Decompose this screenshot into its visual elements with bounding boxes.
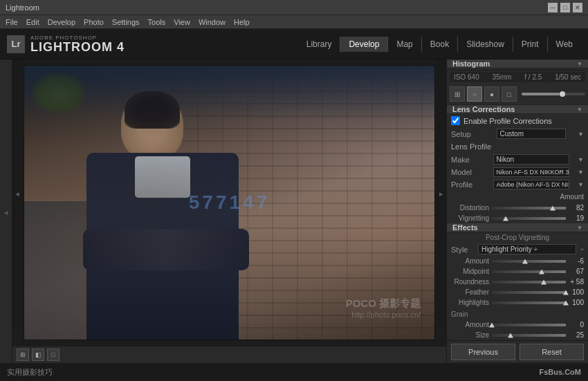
roundness-label: Roundness	[451, 278, 489, 286]
window-controls: ─ □ ✕	[548, 3, 582, 12]
grain-label: Grain	[447, 308, 588, 319]
grain-size-label: Size	[451, 331, 489, 339]
model-row: Model Nikon AF-S DX NIKKOR 35mm... ▼	[447, 166, 588, 178]
profile-dropdown-icon[interactable]: ▼	[578, 181, 584, 188]
focal-value: 35mm	[493, 73, 512, 81]
maximize-button[interactable]: □	[560, 3, 570, 12]
tab-slideshow[interactable]: Slideshow	[457, 37, 513, 52]
setup-dropdown-icon[interactable]: ▼	[578, 131, 584, 138]
effects-amount-slider[interactable]	[492, 260, 566, 263]
app-logo: Lr ADOBE PHOTOSHOP LIGHTROOM 4	[7, 35, 125, 53]
tool-square[interactable]: □	[502, 86, 517, 102]
image-area: ◄ ►	[12, 59, 446, 363]
tool-slider[interactable]	[522, 93, 585, 95]
minimize-button[interactable]: ─	[548, 3, 558, 12]
aperture-value: f / 2.5	[524, 73, 542, 81]
vignetting-value: 19	[569, 214, 584, 222]
lens-profile-section-label: Lens Profile	[447, 140, 588, 153]
photo-lighting	[24, 66, 434, 340]
tool-circle[interactable]: ○	[467, 86, 482, 102]
menu-window[interactable]: Window	[199, 18, 226, 26]
effects-amount-value: -6	[569, 257, 584, 265]
grain-amount-label: Amount	[451, 321, 489, 328]
menu-photo[interactable]: Photo	[84, 18, 104, 26]
image-container: ◄ ►	[12, 59, 446, 346]
menu-tools[interactable]: Tools	[148, 18, 166, 26]
tab-print[interactable]: Print	[513, 37, 547, 52]
menu-file[interactable]: File	[6, 18, 18, 26]
menu-settings[interactable]: Settings	[112, 18, 140, 26]
left-scroll[interactable]: ◄	[12, 59, 22, 328]
bottom-buttons: Previous Reset	[447, 340, 588, 363]
right-panel: Histogram ▼ ISO 640	[446, 59, 588, 363]
distortion-label: Distortion	[451, 204, 489, 212]
grain-amount-slider[interactable]	[492, 324, 566, 326]
reset-button[interactable]: Reset	[520, 344, 584, 360]
make-value: Nikon	[493, 154, 569, 165]
setup-row: Setup Custom ▼	[447, 127, 588, 140]
highlights-label: Highlights	[451, 299, 489, 306]
amount-header: Amount	[447, 191, 588, 203]
setup-value: Custom	[497, 129, 566, 139]
menu-develop[interactable]: Develop	[48, 18, 75, 26]
view-single-icon[interactable]: □	[47, 349, 59, 361]
nav-tabs: Library Develop Map Book Slideshow Print…	[298, 37, 581, 52]
highlights-slider[interactable]	[492, 301, 566, 304]
menu-help[interactable]: Help	[234, 18, 250, 26]
midpoint-label: Midpoint	[451, 268, 489, 275]
lens-corrections-toggle: ▼	[577, 106, 582, 113]
tab-develop[interactable]: Develop	[340, 37, 387, 52]
style-value[interactable]: Highlight Priority ÷	[478, 244, 576, 254]
previous-button[interactable]: Previous	[451, 344, 515, 360]
lens-corrections-label: Lens Corrections	[452, 105, 515, 113]
enable-corrections-checkbox[interactable]	[451, 116, 460, 125]
histogram-header[interactable]: Histogram ▼	[447, 59, 588, 68]
footer-left: 实用摄影技巧	[7, 367, 53, 378]
tab-map[interactable]: Map	[387, 37, 421, 52]
view-compare-icon[interactable]: ◧	[32, 349, 44, 361]
grain-text: Grain	[451, 310, 468, 318]
histogram-label: Histogram	[452, 59, 490, 68]
feather-row: Feather 100	[447, 287, 588, 297]
vignetting-slider[interactable]	[492, 217, 566, 220]
make-dropdown-icon[interactable]: ▼	[578, 156, 584, 163]
roundness-slider[interactable]	[492, 281, 566, 284]
style-label: Style	[451, 245, 475, 254]
grain-size-value: 25	[569, 331, 584, 339]
main-content: ◄ ◄ ►	[0, 59, 588, 363]
distortion-slider[interactable]	[492, 207, 566, 210]
enable-corrections-row: Enable Profile Corrections	[447, 114, 588, 127]
left-panel: ◄	[0, 59, 12, 363]
app-name-label: LIGHTROOM 4	[30, 41, 125, 53]
effects-header[interactable]: Effects ▼	[447, 223, 588, 232]
photo-frame: 577147 POCO 摄影专题 http://photo.poco.cn/	[24, 65, 435, 340]
footer-band: 实用摄影技巧 FsBus.CoM	[0, 363, 588, 381]
close-button[interactable]: ✕	[573, 3, 582, 12]
post-crop-text: Post-Crop Vignetting	[486, 234, 549, 241]
grain-size-slider[interactable]	[492, 334, 566, 337]
view-grid-icon[interactable]: ⊞	[17, 349, 29, 361]
tab-web[interactable]: Web	[547, 37, 581, 52]
camera-info: ISO 640 35mm f / 2.5 1/50 sec	[450, 72, 585, 82]
menu-edit[interactable]: Edit	[26, 18, 39, 26]
menu-view[interactable]: View	[174, 18, 190, 26]
lens-corrections-header[interactable]: Lens Corrections ▼	[447, 105, 588, 114]
tab-library[interactable]: Library	[298, 37, 340, 52]
enable-corrections-label: Enable Profile Corrections	[463, 117, 552, 125]
feather-value: 100	[569, 288, 584, 296]
model-dropdown-icon[interactable]: ▼	[578, 169, 584, 176]
midpoint-slider[interactable]	[492, 270, 566, 273]
right-scroll[interactable]: ►	[437, 59, 446, 328]
tool-grid[interactable]: ⊞	[450, 86, 465, 102]
shutter-value: 1/50 sec	[555, 73, 581, 81]
left-panel-toggle[interactable]: ◄	[2, 62, 10, 363]
tool-row: ⊞ ○ ● □	[447, 84, 588, 105]
effects-toggle: ▼	[577, 225, 582, 231]
feather-slider[interactable]	[492, 291, 566, 294]
tool-dot[interactable]: ●	[484, 86, 499, 102]
histogram-display	[450, 70, 585, 71]
tab-book[interactable]: Book	[421, 37, 457, 52]
make-row: Make Nikon ▼	[447, 153, 588, 166]
style-dropdown-icon[interactable]: ÷	[580, 246, 584, 253]
grain-amount-row: Amount 0	[447, 319, 588, 330]
